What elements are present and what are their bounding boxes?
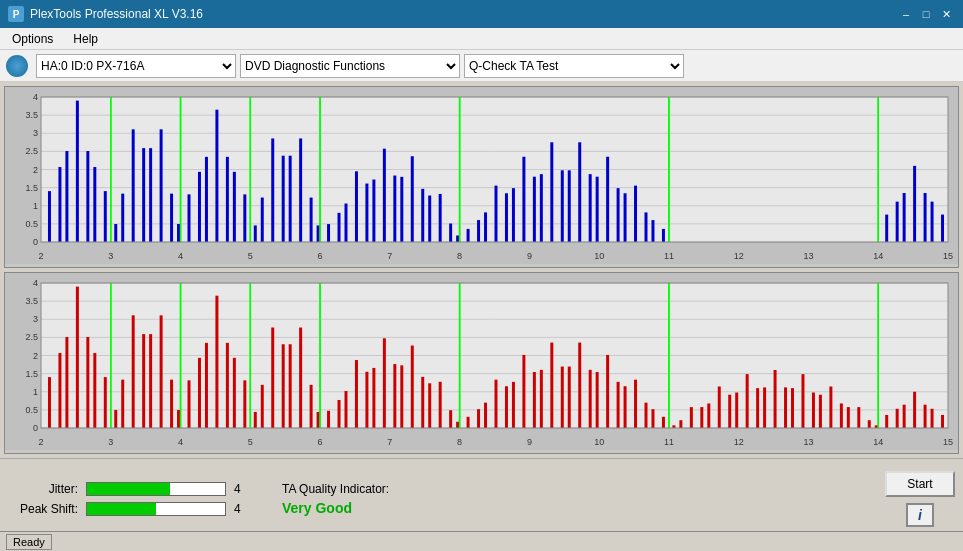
status-text: Ready	[6, 534, 52, 550]
maximize-button[interactable]: □	[917, 6, 935, 22]
bottom-chart-container	[4, 272, 959, 454]
ta-section: TA Quality Indicator: Very Good	[282, 482, 389, 516]
bottom-chart	[5, 273, 958, 450]
start-button[interactable]: Start	[885, 471, 955, 497]
toolbar-logo	[6, 55, 28, 77]
app-icon: P	[8, 6, 24, 22]
metrics-section: Jitter: 4 Peak Shift: 4	[8, 482, 250, 516]
peak-shift-progress	[86, 502, 226, 516]
minimize-button[interactable]: –	[897, 6, 915, 22]
peak-shift-white-bar	[156, 503, 225, 515]
title-bar: P PlexTools Professional XL V3.16 – □ ✕	[0, 0, 963, 28]
ta-quality-label: TA Quality Indicator:	[282, 482, 389, 496]
bottom-area: Jitter: 4 Peak Shift: 4 TA Quality Indic…	[0, 458, 963, 531]
peak-shift-value: 4	[234, 502, 250, 516]
jitter-label: Jitter:	[8, 482, 78, 496]
window-controls: – □ ✕	[897, 6, 955, 22]
start-btn-section: Start i	[885, 471, 955, 527]
menu-bar: Options Help	[0, 28, 963, 50]
main-content: Jitter: 4 Peak Shift: 4 TA Quality Indic…	[0, 82, 963, 531]
toolbar: HA:0 ID:0 PX-716A DVD Diagnostic Functio…	[0, 50, 963, 82]
device-select[interactable]: HA:0 ID:0 PX-716A	[36, 54, 236, 78]
top-chart	[5, 87, 958, 264]
app-title: PlexTools Professional XL V3.16	[30, 7, 203, 21]
jitter-progress	[86, 482, 226, 496]
peak-shift-row: Peak Shift: 4	[8, 502, 250, 516]
title-bar-left: P PlexTools Professional XL V3.16	[8, 6, 203, 22]
jitter-white-bar	[170, 483, 225, 495]
menu-options[interactable]: Options	[4, 30, 61, 48]
test-select[interactable]: Q-Check TA Test	[464, 54, 684, 78]
jitter-green-bar	[87, 483, 170, 495]
peak-shift-green-bar	[87, 503, 156, 515]
ta-quality-value: Very Good	[282, 500, 389, 516]
status-bar: Ready	[0, 531, 963, 551]
jitter-row: Jitter: 4	[8, 482, 250, 496]
info-button[interactable]: i	[906, 503, 934, 527]
charts-area	[0, 82, 963, 458]
close-button[interactable]: ✕	[937, 6, 955, 22]
peak-shift-label: Peak Shift:	[8, 502, 78, 516]
top-chart-container	[4, 86, 959, 268]
jitter-value: 4	[234, 482, 250, 496]
menu-help[interactable]: Help	[65, 30, 106, 48]
function-select[interactable]: DVD Diagnostic Functions	[240, 54, 460, 78]
